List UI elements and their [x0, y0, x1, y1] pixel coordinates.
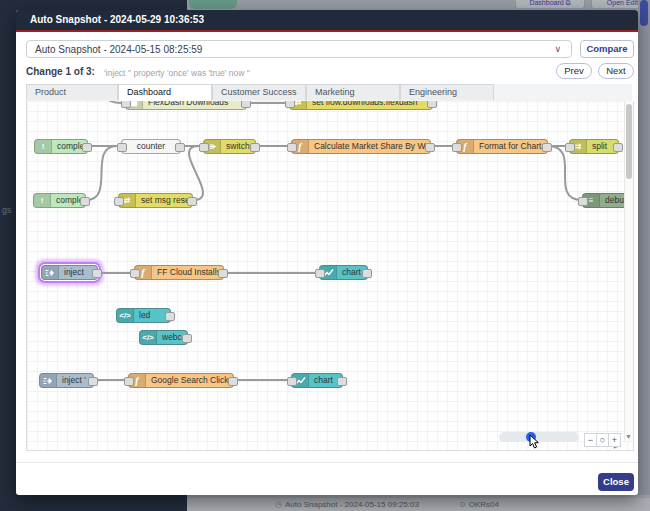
node-output-port[interactable] [218, 269, 228, 278]
node-output-port[interactable] [337, 377, 347, 386]
node-label: FlexDash Downloads [143, 101, 246, 109]
flow-node-ui-widget[interactable]: ▦FlexDash Downloads [125, 101, 247, 110]
flow-wire [81, 101, 121, 103]
flow-node-switch[interactable]: ⋔switch [203, 139, 256, 154]
flow-node-ui-chart[interactable]: chart [319, 265, 368, 280]
node-input-port[interactable] [199, 143, 209, 152]
zoom-in-button[interactable]: + [608, 433, 621, 447]
node-output-port[interactable] [228, 377, 238, 386]
flow-wire [189, 146, 203, 200]
tab-engineering[interactable]: Engineering [400, 84, 494, 100]
mouse-cursor [529, 435, 541, 449]
flow-node-complete[interactable]: !complete [33, 193, 86, 208]
node-output-port[interactable] [182, 334, 192, 343]
flow-node-function[interactable]: fFF Cloud Installs [134, 265, 224, 280]
snapshot-select-value: Auto Snapshot - 2024-05-15 08:25:59 [35, 44, 202, 55]
flow-node-function[interactable]: fGoogle Search Clicks [128, 373, 234, 388]
flow-canvas[interactable]: ▦FlexDash Downloads⇄set flow.downloads.f… [26, 101, 634, 451]
node-output-port[interactable] [175, 143, 185, 152]
node-input-port[interactable] [124, 377, 134, 386]
node-output-port[interactable] [92, 269, 102, 278]
node-label: counter [122, 140, 180, 153]
node-input-port[interactable] [315, 269, 325, 278]
node-label: Google Search Clicks [146, 374, 233, 387]
inject-icon [42, 266, 59, 279]
node-input-port[interactable] [285, 101, 295, 108]
modal-header: Auto Snapshot - 2024-05-29 10:36:53 [16, 10, 638, 32]
node-output-port[interactable] [80, 197, 90, 206]
flow-tabbar: ProductDashboardCustomer SuccessMarketin… [26, 84, 632, 102]
node-input-port[interactable] [121, 101, 131, 108]
node-input-port[interactable] [117, 143, 127, 152]
node-output-port[interactable] [250, 143, 260, 152]
tab-dashboard[interactable]: Dashboard [118, 84, 212, 101]
node-input-port[interactable] [578, 197, 588, 206]
next-change-button[interactable]: Next [598, 63, 634, 79]
node-output-port[interactable] [427, 101, 437, 108]
flow-wire [548, 146, 582, 200]
node-label: set flow.downloads.flexdash [307, 101, 432, 109]
alert-icon: ! [35, 140, 52, 153]
close-button[interactable]: Close [598, 473, 634, 491]
flow-node-change[interactable]: ⇄set msg reset [118, 193, 193, 208]
node-input-port[interactable] [565, 143, 575, 152]
snapshot-compare-modal: Auto Snapshot - 2024-05-29 10:36:53 Auto… [16, 10, 638, 495]
node-input-port[interactable] [287, 143, 297, 152]
node-output-port[interactable] [82, 143, 92, 152]
canvas-vertical-scrollbar-thumb[interactable] [626, 104, 632, 179]
code-icon: </> [140, 331, 157, 344]
flow-node-counter[interactable]: counter [121, 139, 181, 154]
divider [16, 462, 638, 463]
node-input-port[interactable] [114, 197, 124, 206]
node-input-port[interactable] [287, 377, 297, 386]
chevron-down-icon: ∨ [554, 41, 561, 58]
flow-node-inject[interactable]: inject ' [39, 373, 94, 388]
node-label: Calculate Market Share By Week [309, 140, 430, 153]
flow-node-ui-template[interactable]: </>led [116, 308, 171, 323]
alert-icon: ! [34, 194, 51, 207]
screen: gs Dashboard ⧉Open Editor ⧉ ◷Auto Snapsh… [0, 0, 650, 511]
node-label: Format for Chart [474, 140, 547, 153]
prev-change-button[interactable]: Prev [556, 63, 592, 79]
node-output-port[interactable] [88, 377, 98, 386]
tab-product[interactable]: Product [26, 84, 118, 100]
snapshot-select[interactable]: Auto Snapshot - 2024-05-15 08:25:59 ∨ [26, 40, 572, 58]
compare-button[interactable]: Compare [580, 40, 634, 58]
tab-marketing[interactable]: Marketing [306, 84, 400, 100]
flow-wire [86, 146, 117, 200]
tab-customer-success[interactable]: Customer Success [212, 84, 306, 100]
code-icon: </> [117, 309, 134, 322]
flow-node-ui-template[interactable]: </>webcam [139, 330, 188, 345]
node-output-port[interactable] [165, 312, 175, 321]
node-label: set msg reset [136, 194, 192, 207]
node-output-port[interactable] [542, 143, 552, 152]
node-output-port[interactable] [362, 269, 372, 278]
flow-node-function[interactable]: fFormat for Chart [456, 139, 548, 154]
scroll-down-arrow-icon[interactable]: ▼ [624, 432, 633, 441]
inject-icon [40, 374, 57, 387]
change-counter-label: Change 1 of 3: [26, 66, 95, 77]
node-output-port[interactable] [241, 101, 251, 108]
flow-node-change[interactable]: ⇄set flow.downloads.flexdash [289, 101, 433, 110]
node-output-port[interactable] [613, 143, 623, 152]
modal-title: Auto Snapshot - 2024-05-29 10:36:53 [30, 14, 204, 25]
flow-node-ui-chart[interactable]: chart [291, 373, 343, 388]
change-description: 'inject '' property 'once' was 'true' no… [104, 68, 250, 78]
node-label: FF Cloud Installs [152, 266, 223, 279]
flow-node-complete[interactable]: !complete [34, 139, 88, 154]
flow-node-split[interactable]: ⇉split [569, 139, 619, 154]
node-input-port[interactable] [130, 269, 140, 278]
flow-node-function[interactable]: fCalculate Market Share By Week [291, 139, 431, 154]
node-output-port[interactable] [425, 143, 435, 152]
node-output-port[interactable] [187, 197, 197, 206]
node-input-port[interactable] [452, 143, 462, 152]
flow-node-inject[interactable]: inject [41, 265, 98, 280]
